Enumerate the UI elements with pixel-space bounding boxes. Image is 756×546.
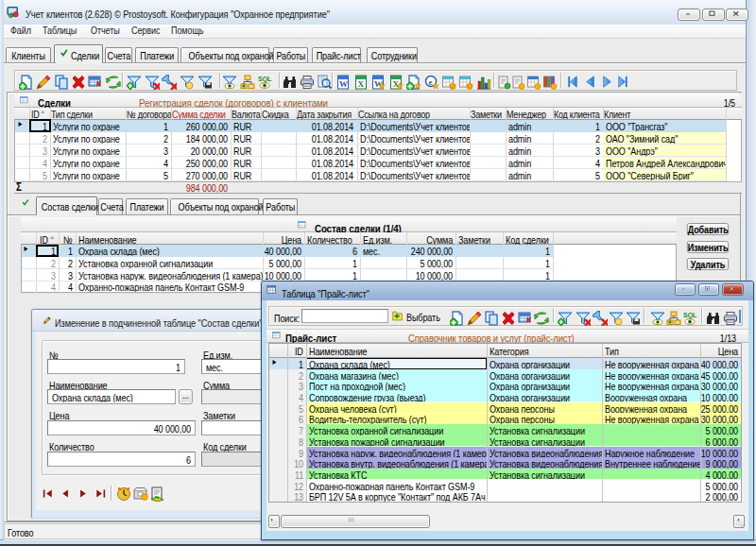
svg-text:SQL: SQL xyxy=(683,312,697,319)
svg-text:W: W xyxy=(339,79,348,89)
svg-text:SQL: SQL xyxy=(258,76,272,83)
svg-text:X: X xyxy=(357,79,364,89)
svg-text:e: e xyxy=(428,77,432,87)
